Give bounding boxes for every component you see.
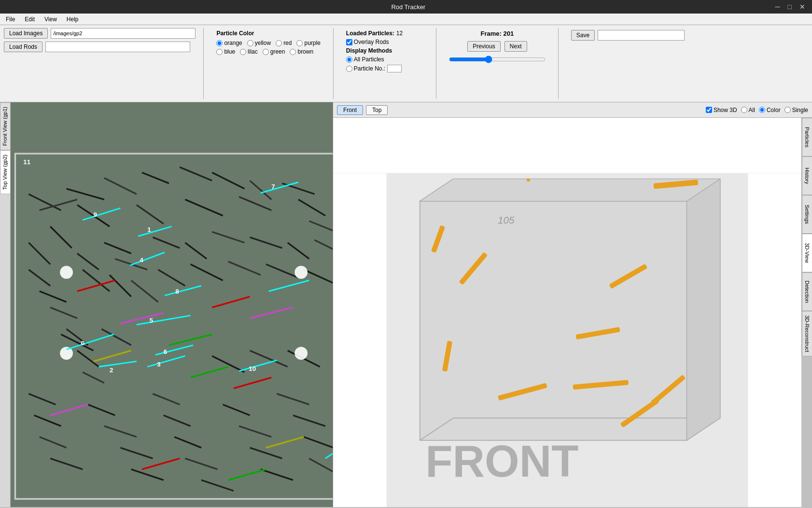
detection-tab[interactable]: Detection bbox=[802, 272, 812, 311]
top-view-button[interactable]: Top bbox=[366, 105, 388, 115]
top-view-tab[interactable]: Top View (gp2) bbox=[0, 150, 10, 194]
display-all-radio[interactable] bbox=[741, 107, 747, 113]
divider-4 bbox=[558, 28, 559, 99]
display-color-label[interactable]: Color bbox=[759, 107, 781, 113]
svg-marker-119 bbox=[687, 179, 720, 440]
load-rods-row: Load Rods bbox=[4, 42, 196, 52]
images-path-input[interactable] bbox=[51, 28, 196, 39]
all-particles-text: All Particles bbox=[354, 56, 384, 63]
save-path-input[interactable] bbox=[598, 30, 685, 41]
frame-section: Frame: 201 Previous Next bbox=[444, 28, 550, 99]
svg-text:0: 0 bbox=[81, 339, 84, 347]
load-controls: Load Images Load Rods bbox=[4, 28, 196, 99]
color-yellow-label[interactable]: yellow bbox=[247, 40, 271, 46]
loaded-particles-count: 12 bbox=[396, 30, 403, 37]
color-red-radio[interactable] bbox=[276, 40, 282, 46]
top-white-area bbox=[333, 118, 812, 173]
svg-point-132 bbox=[527, 178, 530, 182]
frame-slider[interactable] bbox=[449, 56, 546, 63]
divider-3 bbox=[436, 28, 436, 99]
show3d-label[interactable]: Show 3D bbox=[706, 107, 737, 113]
particle-color-label: Particle Color bbox=[216, 30, 320, 37]
rods-path-input[interactable] bbox=[45, 42, 190, 52]
svg-text:7: 7 bbox=[271, 183, 275, 190]
color-row-2: blue lilac green brown bbox=[216, 48, 320, 55]
display-methods-label: Display Methods bbox=[346, 47, 423, 54]
app-title: Rod Tracker bbox=[43, 3, 773, 11]
window-controls[interactable]: ─ □ ✕ bbox=[773, 3, 807, 11]
menu-help[interactable]: Help bbox=[63, 15, 83, 24]
right-panel: Front Top Show 3D All Color Single bbox=[333, 102, 812, 507]
display-single-label[interactable]: Single bbox=[784, 107, 808, 113]
svg-text:6: 6 bbox=[164, 348, 167, 355]
color-orange-label[interactable]: orange bbox=[216, 40, 242, 46]
save-button[interactable]: Save bbox=[571, 30, 595, 41]
load-rods-button[interactable]: Load Rods bbox=[4, 42, 42, 52]
color-yellow-radio[interactable] bbox=[247, 40, 253, 46]
divider-2 bbox=[333, 28, 334, 99]
svg-point-81 bbox=[294, 266, 308, 279]
particle-no-row: Particle No.: 00 bbox=[346, 65, 423, 72]
close-button[interactable]: ✕ bbox=[798, 3, 807, 11]
svg-text:1: 1 bbox=[147, 226, 151, 233]
divider-1 bbox=[203, 28, 204, 99]
color-orange-radio[interactable] bbox=[216, 40, 223, 46]
next-button[interactable]: Next bbox=[504, 41, 527, 52]
display-color-radio[interactable] bbox=[759, 107, 765, 113]
color-brown-label[interactable]: brown bbox=[290, 48, 313, 55]
color-lilac-radio[interactable] bbox=[240, 49, 246, 55]
maximize-button[interactable]: □ bbox=[786, 3, 794, 11]
right-panel-header: Front Top Show 3D All Color Single bbox=[333, 102, 812, 118]
color-purple-label[interactable]: purple bbox=[296, 40, 320, 46]
menu-file[interactable]: File bbox=[2, 15, 19, 24]
history-tab[interactable]: History bbox=[802, 156, 812, 195]
minimize-button[interactable]: ─ bbox=[773, 3, 782, 11]
load-images-button[interactable]: Load Images bbox=[4, 28, 48, 39]
frame-nav: Previous Next bbox=[449, 41, 546, 52]
color-red-label[interactable]: red bbox=[276, 40, 292, 46]
all-particles-radio[interactable] bbox=[346, 56, 352, 63]
svg-text:FRONT: FRONT bbox=[425, 437, 578, 486]
particle-no-radio[interactable] bbox=[346, 66, 352, 72]
svg-text:5: 5 bbox=[150, 317, 154, 324]
all-particles-label[interactable]: All Particles bbox=[346, 56, 423, 63]
display-all-label[interactable]: All bbox=[741, 107, 755, 113]
front-view-button[interactable]: Front bbox=[337, 105, 363, 115]
display-single-radio[interactable] bbox=[784, 107, 791, 113]
color-blue-label[interactable]: blue bbox=[216, 48, 235, 55]
display-color-text: Color bbox=[767, 107, 781, 113]
front-view-tab[interactable]: Front View (gp1) bbox=[0, 102, 10, 150]
particle-no-label: Particle No.: bbox=[354, 65, 385, 72]
menu-view[interactable]: View bbox=[41, 15, 61, 24]
show3d-checkbox[interactable] bbox=[706, 107, 712, 113]
color-blue-radio[interactable] bbox=[216, 49, 223, 55]
3dreconstruct-tab[interactable]: 3D-Reconstruct bbox=[802, 311, 812, 356]
display-all-text: All bbox=[749, 107, 755, 113]
settings-tab[interactable]: Settings bbox=[802, 195, 812, 234]
svg-rect-110 bbox=[420, 201, 687, 440]
color-purple-radio[interactable] bbox=[296, 40, 303, 46]
3dview-tab[interactable]: 3D-View bbox=[802, 234, 812, 272]
color-lilac-label[interactable]: lilac bbox=[240, 48, 258, 55]
3d-scene-svg: 105 bbox=[333, 173, 801, 507]
display-single-text: Single bbox=[792, 107, 808, 113]
rod-image-svg: 0 1 2 3 4 5 6 7 bbox=[11, 102, 333, 507]
color-green-label[interactable]: green bbox=[263, 48, 285, 55]
main-area: Front View (gp1) Top View (gp2) bbox=[0, 102, 812, 507]
particle-no-input[interactable]: 00 bbox=[387, 65, 402, 72]
color-row-1: orange yellow red purple bbox=[216, 40, 320, 46]
svg-text:4: 4 bbox=[140, 256, 144, 264]
overlay-rods-text: Overlay Rods bbox=[354, 39, 389, 45]
svg-point-80 bbox=[60, 266, 73, 279]
previous-button[interactable]: Previous bbox=[467, 41, 501, 52]
color-brown-radio[interactable] bbox=[290, 49, 296, 55]
title-bar: Rod Tracker ─ □ ✕ bbox=[0, 0, 812, 14]
overlay-rods-label[interactable]: Overlay Rods bbox=[346, 39, 423, 45]
save-section: Save bbox=[566, 28, 689, 99]
particles-tab[interactable]: Particles bbox=[802, 118, 812, 156]
color-green-radio[interactable] bbox=[263, 49, 269, 55]
menu-edit[interactable]: Edit bbox=[21, 15, 39, 24]
toolbar: Load Images Load Rods Particle Color ora… bbox=[0, 25, 812, 102]
overlay-rods-checkbox[interactable] bbox=[346, 39, 352, 45]
save-row: Save bbox=[571, 30, 685, 41]
